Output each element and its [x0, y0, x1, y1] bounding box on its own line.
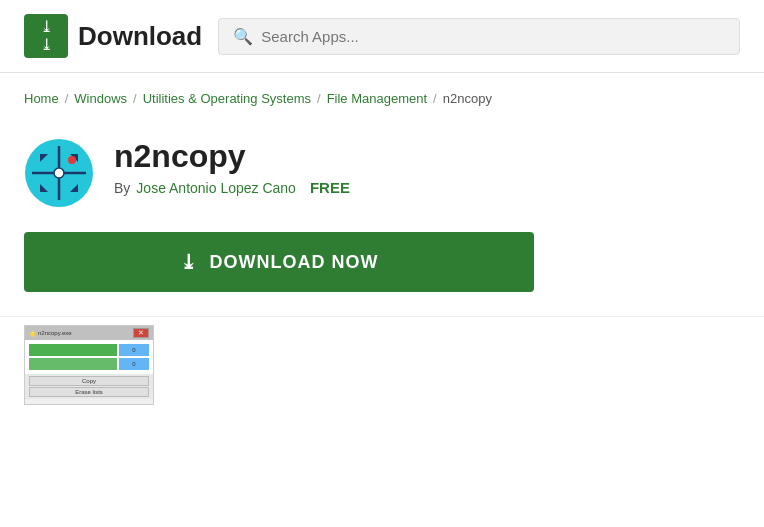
download-section: ⤓ DOWNLOAD NOW	[0, 224, 764, 316]
app-icon-wrapper	[24, 138, 94, 208]
logo-icon: ⤓ ⤓	[24, 14, 68, 58]
breadcrumb-sep-1: /	[65, 91, 69, 106]
breadcrumb-file-management[interactable]: File Management	[327, 91, 427, 106]
svg-point-8	[68, 156, 76, 164]
screenshot-thumbnail[interactable]: ⭐ n2ncopy.exe ✕ 0 0 Copy Erase lists	[24, 325, 154, 405]
app-header: n2ncopy By Jose Antonio Lopez Cano FREE	[0, 114, 764, 224]
app-name: n2ncopy	[114, 138, 350, 175]
app-icon	[24, 138, 94, 208]
ss-title-label: n2ncopy.exe	[38, 330, 72, 336]
screenshot-section: ⭐ n2ncopy.exe ✕ 0 0 Copy Erase lists	[0, 316, 764, 413]
download-now-button[interactable]: ⤓ DOWNLOAD NOW	[24, 232, 534, 292]
breadcrumb-sep-2: /	[133, 91, 137, 106]
header: ⤓ ⤓ Download 🔍	[0, 0, 764, 73]
chevron-icon-2: ⤓	[40, 37, 53, 53]
by-label: By	[114, 180, 130, 196]
ss-erase-btn: Erase lists	[29, 387, 149, 397]
ss-title-text: ⭐ n2ncopy.exe	[29, 330, 72, 337]
author-link[interactable]: Jose Antonio Lopez Cano	[136, 180, 296, 196]
download-btn-label: DOWNLOAD NOW	[210, 252, 379, 273]
breadcrumb-windows[interactable]: Windows	[74, 91, 127, 106]
search-input[interactable]	[261, 28, 725, 45]
ss-copy-btn: Copy	[29, 376, 149, 386]
breadcrumb-sep-3: /	[317, 91, 321, 106]
ss-body: 0 0	[25, 340, 153, 374]
breadcrumb-utilities[interactable]: Utilities & Operating Systems	[143, 91, 311, 106]
ss-row-2: 0	[29, 358, 149, 370]
logo-box: ⤓ ⤓ Download	[24, 14, 202, 58]
price-badge: FREE	[310, 179, 350, 196]
ss-row-1: 0	[29, 344, 149, 356]
app-info: n2ncopy By Jose Antonio Lopez Cano FREE	[114, 138, 350, 196]
search-bar[interactable]: 🔍	[218, 18, 740, 55]
logo-title: Download	[78, 21, 202, 52]
ss-close-btn: ✕	[133, 328, 149, 338]
chevron-icon: ⤓	[40, 19, 53, 35]
breadcrumb: Home / Windows / Utilities & Operating S…	[0, 73, 764, 114]
breadcrumb-sep-4: /	[433, 91, 437, 106]
app-author-row: By Jose Antonio Lopez Cano FREE	[114, 179, 350, 196]
ss-cell-blue-1: 0	[119, 344, 149, 356]
ss-cell-green-2	[29, 358, 117, 370]
breadcrumb-home[interactable]: Home	[24, 91, 59, 106]
svg-point-7	[54, 168, 64, 178]
breadcrumb-current: n2ncopy	[443, 91, 492, 106]
download-chevron-icon: ⤓	[180, 250, 198, 274]
ss-cell-blue-2: 0	[119, 358, 149, 370]
ss-titlebar: ⭐ n2ncopy.exe ✕	[25, 326, 153, 340]
search-icon: 🔍	[233, 27, 253, 46]
ss-btn-row: Copy Erase lists	[25, 374, 153, 399]
ss-cell-green-1	[29, 344, 117, 356]
